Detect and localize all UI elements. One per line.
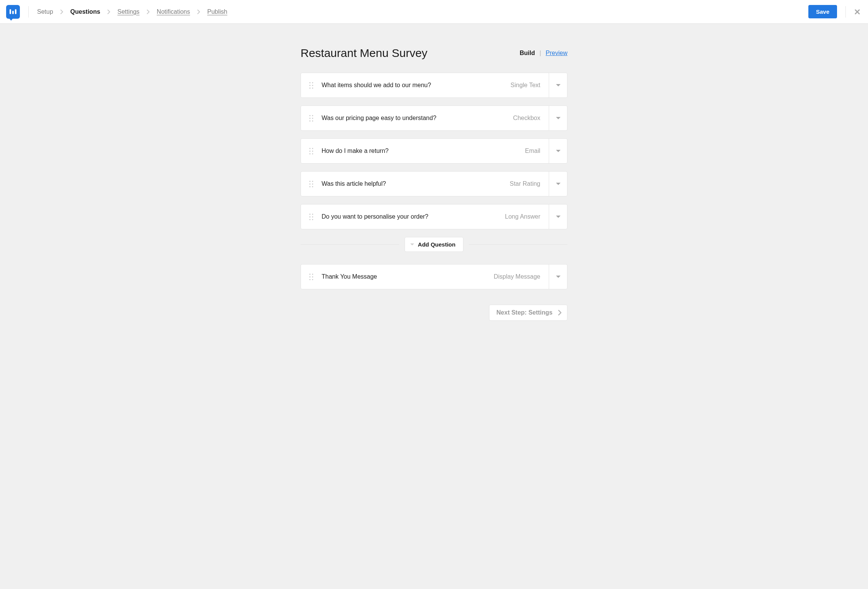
drag-handle-icon[interactable] [309,115,313,122]
question-type: Email [525,148,540,154]
caret-down-icon [410,243,414,245]
divider: | [540,50,541,57]
add-question-label: Add Question [418,241,455,248]
close-icon[interactable] [854,9,860,15]
app-logo[interactable] [6,5,20,19]
next-step-label: Next Step: Settings [496,309,553,316]
question-text: Do you want to personalise your order? [322,213,496,220]
card-main: What items should we add to our menu?Sin… [301,73,549,97]
question-text: How do I make a return? [322,148,517,154]
card-main: Was this article helpful?Star Rating [301,172,549,196]
caret-down-icon [556,216,561,218]
add-question-row: Add Question [301,237,567,252]
question-card[interactable]: Do you want to personalise your order?Lo… [301,204,567,229]
question-card[interactable]: How do I make a return?Email [301,138,567,164]
mode-build[interactable]: Build [520,50,535,57]
expand-toggle[interactable] [549,106,567,130]
crumb-publish[interactable]: Publish [207,8,227,15]
main-content: Restaurant Menu Survey Build | Preview W… [301,24,567,344]
question-text: What items should we add to our menu? [322,82,502,89]
chevron-right-icon [197,9,200,15]
crumb-notifications[interactable]: Notifications [157,8,190,15]
mode-toggle: Build | Preview [520,50,567,57]
card-main: Thank You Message Display Message [301,264,549,289]
drag-handle-icon[interactable] [309,274,313,280]
question-text: Was our pricing page easy to understand? [322,115,505,122]
drag-handle-icon[interactable] [309,181,313,187]
expand-toggle[interactable] [549,73,567,97]
thank-you-card[interactable]: Thank You Message Display Message [301,264,567,289]
divider [301,244,399,245]
expand-toggle[interactable] [549,204,567,229]
question-type: Long Answer [505,213,540,220]
save-button[interactable]: Save [808,5,837,18]
card-main: Do you want to personalise your order?Lo… [301,204,549,229]
divider [469,244,567,245]
expand-toggle[interactable] [549,264,567,289]
question-text: Was this article helpful? [322,180,501,187]
divider [845,6,846,18]
expand-toggle[interactable] [549,172,567,196]
question-text: Thank You Message [322,273,485,280]
caret-down-icon [556,183,561,185]
divider [28,6,29,18]
logo-bars-icon [10,9,16,14]
crumb-settings[interactable]: Settings [117,8,140,15]
mode-preview[interactable]: Preview [546,50,567,57]
footer-row: Next Step: Settings [301,305,567,321]
page-title: Restaurant Menu Survey [301,47,427,60]
drag-handle-icon[interactable] [309,148,313,154]
chevron-right-icon [146,9,150,15]
breadcrumb: Setup Questions Settings Notifications P… [37,8,808,15]
question-card[interactable]: Was our pricing page easy to understand?… [301,105,567,131]
question-card[interactable]: What items should we add to our menu?Sin… [301,73,567,98]
caret-down-icon [556,117,561,119]
chevron-right-icon [107,9,111,15]
title-row: Restaurant Menu Survey Build | Preview [301,47,567,60]
next-step-button[interactable]: Next Step: Settings [489,305,567,321]
chevron-right-icon [60,9,63,15]
question-type: Single Text [510,82,540,89]
caret-down-icon [556,276,561,278]
expand-toggle[interactable] [549,139,567,163]
question-type: Star Rating [510,180,540,187]
add-question-button[interactable]: Add Question [405,237,463,252]
caret-down-icon [556,84,561,86]
drag-handle-icon[interactable] [309,82,313,89]
crumb-questions[interactable]: Questions [70,8,100,15]
drag-handle-icon[interactable] [309,214,313,220]
card-main: How do I make a return?Email [301,139,549,163]
question-card[interactable]: Was this article helpful?Star Rating [301,171,567,196]
question-type: Checkbox [513,115,540,122]
chevron-right-icon [558,310,562,316]
card-main: Was our pricing page easy to understand?… [301,106,549,130]
crumb-setup[interactable]: Setup [37,8,53,15]
questions-list: What items should we add to our menu?Sin… [301,73,567,229]
topbar: Setup Questions Settings Notifications P… [0,0,868,24]
question-type: Display Message [494,273,540,280]
caret-down-icon [556,150,561,152]
